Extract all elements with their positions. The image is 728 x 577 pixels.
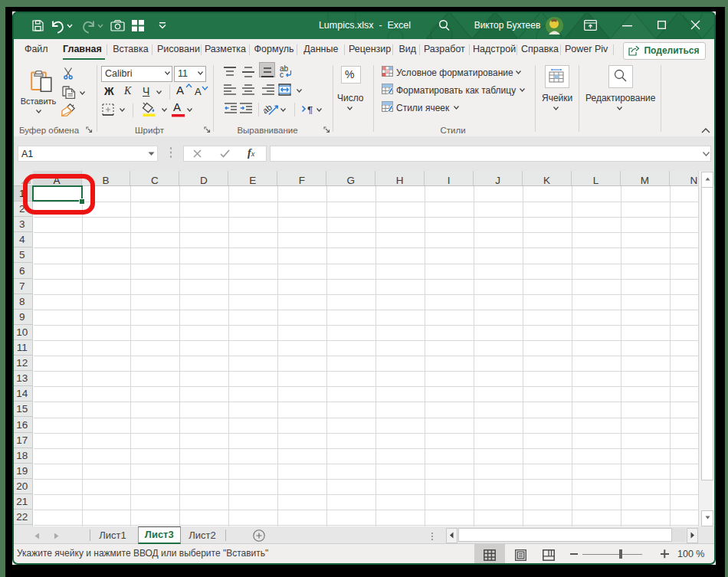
svg-text:ab: ab — [264, 103, 274, 116]
svg-text:c: c — [280, 70, 284, 78]
svg-text:¶: ¶ — [307, 104, 313, 115]
